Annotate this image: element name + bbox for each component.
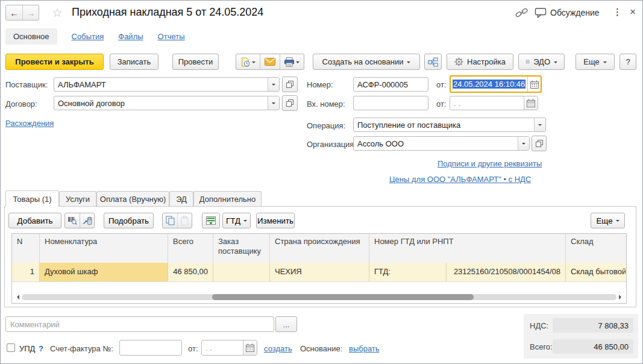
cell-total[interactable]: 46 850,00 (168, 263, 213, 281)
settings-button[interactable]: Настройка (447, 54, 513, 70)
document-actions-group (236, 54, 304, 70)
total-value: 46 850,00 (553, 339, 633, 354)
invoice-date-calendar-button[interactable] (243, 340, 257, 355)
cell-warehouse[interactable]: Склад бытовой те (566, 263, 626, 281)
discrepancies-link[interactable]: Расхождения (5, 119, 54, 128)
date-calendar-button[interactable] (527, 77, 541, 92)
contract-field[interactable]: Основной договор (54, 96, 280, 110)
col-header-supplier-order[interactable]: Заказ поставщику (213, 234, 270, 263)
calendar-icon (527, 99, 535, 107)
contract-open-button[interactable] (282, 95, 298, 111)
organization-open-button[interactable] (532, 136, 547, 151)
load-from-terminal-button[interactable] (80, 213, 94, 228)
add-row-button[interactable]: Добавить (8, 213, 61, 228)
comment-input[interactable] (5, 316, 274, 332)
page-title: Приходная накладная 5 от 24.05.2024 (72, 6, 263, 19)
close-icon[interactable]: × (630, 6, 636, 18)
copy-rows-button[interactable] (163, 213, 177, 228)
get-link-icon[interactable] (515, 8, 529, 20)
tab-events[interactable]: События (72, 32, 104, 41)
organization-field[interactable]: Ассоль ООО (353, 136, 530, 151)
col-header-country[interactable]: Страна происхождения (270, 234, 369, 263)
signatures-link[interactable]: Подписи и другие реквизиты (438, 159, 542, 168)
discussion-icon[interactable] (535, 7, 547, 20)
table-row[interactable]: 1 Духовой шкаф 46 850,00 ЧЕХИЯ ГТД: 2312… (12, 263, 626, 281)
forward-button[interactable]: → (22, 5, 39, 20)
more-menu-icon[interactable]: ⋮ (613, 7, 622, 17)
tab-additional[interactable]: Дополнительно (193, 191, 262, 206)
pick-items-button[interactable]: Подобрать (104, 213, 154, 228)
upd-help-link[interactable]: ? (39, 344, 43, 353)
tab-services[interactable]: Услуги (59, 191, 96, 206)
scrollbar-track[interactable] (22, 294, 616, 300)
more-button[interactable]: Еще (576, 54, 615, 70)
tab-goods[interactable]: Товары (1) (5, 190, 59, 207)
cell-supplier-order[interactable] (213, 263, 270, 281)
tab-main[interactable]: Основное (5, 28, 57, 45)
number-field[interactable]: АСФР-000005 (353, 77, 428, 92)
scroll-right-icon[interactable] (619, 295, 624, 300)
back-button[interactable]: ← (6, 5, 22, 20)
col-header-total[interactable]: Всего (168, 234, 213, 263)
open-form-icon (286, 81, 293, 88)
prices-link[interactable]: Цены для ООО "АЛЬФАМАРТ" • с НДС (389, 175, 531, 184)
document-date-field[interactable]: 24.05.2024 16:10:46 (450, 75, 542, 93)
paste-rows-button[interactable] (177, 213, 192, 228)
upd-checkbox[interactable] (7, 344, 15, 352)
tab-reports[interactable]: Отчеты (158, 32, 185, 41)
clipboard-group (162, 213, 192, 228)
scroll-left-icon[interactable] (14, 295, 19, 300)
help-button[interactable]: ? (619, 54, 636, 70)
tab-payment[interactable]: Оплата (Вручную) (96, 191, 169, 206)
document-structure-button[interactable] (424, 54, 442, 70)
create-invoice-link[interactable]: создать (264, 344, 292, 353)
operation-field[interactable]: Поступление от поставщика (353, 118, 546, 132)
cell-row-number[interactable]: 1 (12, 263, 40, 281)
organization-label: Организация: (307, 140, 356, 149)
dropdown-caret-icon (616, 220, 619, 224)
operation-dropdown-button[interactable] (534, 118, 545, 131)
edit-row-button[interactable]: Изменить (256, 213, 295, 228)
invoice-date-field[interactable]: . . (201, 340, 257, 356)
document-clock-icon (240, 57, 250, 67)
supplier-field[interactable]: АЛЬФАМАРТ (54, 77, 280, 92)
create-based-on-button[interactable]: Создать на основании (313, 54, 420, 70)
incoming-date-calendar-button[interactable] (524, 96, 538, 110)
row-status-button[interactable] (202, 213, 220, 228)
edo-button[interactable]: ЭДО (518, 54, 565, 70)
write-button[interactable]: Записать (110, 54, 158, 70)
post-button[interactable]: Провести (172, 54, 219, 70)
scrollbar-thumb[interactable] (212, 294, 474, 300)
tab-ed[interactable]: ЭД (169, 191, 193, 206)
cell-gtd-label[interactable]: ГТД: (369, 263, 447, 281)
discussion-label[interactable]: Обсуждение (550, 8, 600, 17)
col-header-gtd[interactable]: Номер ГТД или РНПТ (369, 234, 566, 263)
cell-nomenclature[interactable]: Духовой шкаф (40, 263, 168, 281)
print-button[interactable] (280, 54, 304, 69)
incoming-date-field[interactable]: . . (450, 96, 538, 110)
organization-dropdown-button[interactable] (518, 137, 529, 150)
supplier-open-button[interactable] (282, 77, 298, 92)
col-header-n[interactable]: N (12, 234, 40, 263)
send-email-button[interactable] (260, 54, 280, 69)
table-more-button[interactable]: Еще (591, 213, 625, 228)
post-and-close-button[interactable]: Провести и закрыть (5, 54, 104, 70)
tab-files[interactable]: Файлы (118, 32, 143, 41)
basis-label: Основание: (300, 344, 342, 353)
choose-basis-link[interactable]: выбрать (349, 344, 380, 353)
favorite-star-icon[interactable]: ☆ (52, 5, 63, 20)
col-header-warehouse[interactable]: Склад (566, 234, 626, 263)
comment-more-button[interactable]: ... (275, 316, 297, 332)
cell-country[interactable]: ЧЕХИЯ (270, 263, 369, 281)
invoice-number-input[interactable] (119, 340, 182, 356)
vat-label: НДС: (530, 321, 548, 330)
totals-panel: НДС: 7 808,33 Всего: 46 850,00 (524, 314, 638, 359)
scan-barcode-button[interactable] (65, 213, 80, 228)
supplier-dropdown-button[interactable] (268, 78, 279, 91)
gtd-button[interactable]: ГТД (222, 213, 251, 228)
col-header-nomenclature[interactable]: Номенклатура (40, 234, 168, 263)
post-later-button[interactable] (236, 54, 260, 69)
incoming-number-field[interactable] (353, 96, 428, 110)
contract-dropdown-button[interactable] (268, 96, 279, 110)
cell-gtd-number[interactable]: 23125160/210508/0001454/08 (447, 263, 566, 281)
